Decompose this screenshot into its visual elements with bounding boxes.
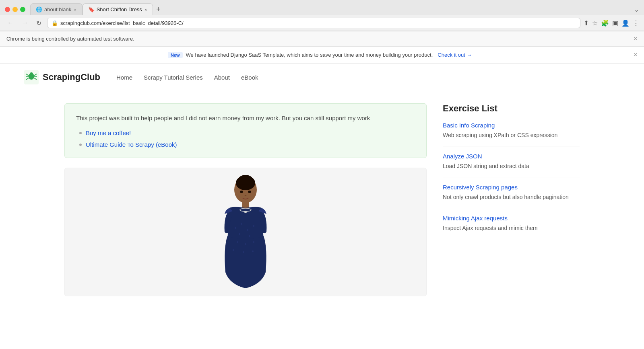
svg-point-17 — [253, 225, 254, 227]
tab-close-dress[interactable]: × — [144, 7, 147, 12]
svg-point-18 — [239, 233, 240, 235]
list-item: Analyze JSON Load JSON string and extrac… — [443, 146, 580, 177]
svg-point-21 — [245, 243, 246, 245]
logo-icon — [24, 70, 39, 84]
product-image-box — [64, 168, 427, 296]
notification-bar: New We have launched Django SaaS Templat… — [0, 47, 644, 64]
svg-rect-13 — [242, 201, 249, 209]
share-button[interactable]: ⬆ — [584, 19, 589, 27]
check-it-out-link[interactable]: Check it out → — [438, 52, 472, 58]
nav-home[interactable]: Home — [116, 74, 132, 81]
exercise-link-json[interactable]: Analyze JSON — [443, 153, 580, 160]
tab-favicon-blank: 🌐 — [36, 7, 42, 12]
nav-ebook[interactable]: eBook — [241, 74, 258, 81]
forward-button[interactable]: → — [19, 18, 31, 28]
notification-message: We have launched Django SaaS Template, w… — [186, 52, 433, 58]
main-container: This project was built to help people an… — [40, 91, 604, 308]
exercise-list: Basic Info Scraping Web scraping using X… — [443, 122, 580, 239]
exercise-list-title: Exercise List — [443, 103, 580, 114]
new-tab-button[interactable]: + — [153, 4, 164, 15]
reload-button[interactable]: ↻ — [34, 18, 44, 28]
minimize-traffic-light[interactable] — [12, 7, 18, 12]
buy-coffee-link[interactable]: Buy me a coffee! — [86, 129, 131, 136]
sidebar-toggle-button[interactable]: ▣ — [612, 19, 618, 27]
title-bar: 🌐 about:blank × 🔖 Short Chiffon Dress × … — [0, 0, 644, 15]
tab-blank[interactable]: 🌐 about:blank × — [30, 3, 83, 15]
exercise-desc-recursive: Not only crawl products but also handle … — [443, 193, 580, 201]
ebook-link[interactable]: Ultimate Guide To Scrapy (eBook) — [86, 141, 177, 148]
svg-point-15 — [241, 223, 242, 225]
address-bar[interactable]: 🔒 scrapingclub.com/exercise/list_basic_d… — [47, 18, 580, 28]
menu-button[interactable]: ⋮ — [633, 19, 639, 27]
support-link-item-ebook: Ultimate Guide To Scrapy (eBook) — [79, 141, 415, 148]
new-badge: New — [168, 52, 183, 58]
tabs-chevron-button[interactable]: ⌄ — [634, 6, 639, 13]
tab-favicon-dress: 🔖 — [89, 7, 94, 12]
svg-point-28 — [240, 191, 243, 193]
support-links: Buy me a coffee! Ultimate Guide To Scrap… — [76, 129, 415, 148]
svg-point-16 — [247, 229, 248, 231]
list-item: Recursively Scraping pages Not only craw… — [443, 177, 580, 208]
svg-point-12 — [238, 175, 253, 185]
support-text: This project was built to help people an… — [76, 113, 415, 123]
profile-button[interactable]: 👤 — [621, 19, 630, 27]
svg-point-29 — [248, 191, 251, 193]
nav-scrapy[interactable]: Scrapy Tutorial Series — [144, 74, 203, 81]
site-logo[interactable]: ScrapingClub — [24, 70, 100, 84]
sidebar: Exercise List Basic Info Scraping Web sc… — [443, 103, 580, 296]
bookmark-button[interactable]: ☆ — [592, 19, 598, 27]
exercise-link-ajax[interactable]: Mimicking Ajax requests — [443, 215, 580, 222]
support-box: This project was built to help people an… — [64, 103, 427, 158]
automation-close-button[interactable]: × — [633, 35, 638, 43]
extensions-button[interactable]: 🧩 — [601, 19, 609, 27]
browser-chrome: 🌐 about:blank × 🔖 Short Chiffon Dress × … — [0, 0, 644, 31]
lock-icon: 🔒 — [52, 20, 58, 26]
traffic-lights — [5, 7, 25, 12]
site-header: ScrapingClub Home Scrapy Tutorial Series… — [0, 64, 644, 91]
tabs-container: 🌐 about:blank × 🔖 Short Chiffon Dress × … — [30, 3, 631, 15]
exercise-desc-ajax: Inspect Ajax requests and mimic them — [443, 224, 580, 232]
svg-point-25 — [252, 250, 254, 252]
svg-point-23 — [233, 249, 234, 251]
product-image-svg — [197, 168, 294, 296]
site-nav: Home Scrapy Tutorial Series About eBook — [116, 74, 258, 81]
nav-actions: ⬆ ☆ 🧩 ▣ 👤 ⋮ — [584, 19, 639, 27]
exercise-link-basic[interactable]: Basic Info Scraping — [443, 122, 580, 129]
bullet-icon-ebook — [79, 144, 82, 146]
bullet-icon-coffee — [79, 132, 82, 134]
back-button[interactable]: ← — [5, 18, 16, 28]
automation-message: Chrome is being controlled by automated … — [6, 36, 134, 42]
svg-point-27 — [244, 211, 247, 213]
notification-content: New We have launched Django SaaS Templat… — [6, 52, 633, 58]
tab-title-dress: Short Chiffon Dress — [97, 6, 142, 12]
logo-text: ScrapingClub — [43, 72, 100, 82]
list-item: Mimicking Ajax requests Inspect Ajax req… — [443, 208, 580, 239]
exercise-link-recursive[interactable]: Recursively Scraping pages — [443, 184, 580, 191]
content-area: This project was built to help people an… — [64, 103, 427, 296]
tab-title-blank: about:blank — [44, 6, 71, 12]
svg-point-22 — [253, 241, 254, 243]
svg-point-24 — [243, 251, 244, 253]
address-text: scrapingclub.com/exercise/list_basic_det… — [60, 20, 576, 26]
list-item: Basic Info Scraping Web scraping using X… — [443, 122, 580, 146]
svg-point-19 — [249, 235, 250, 237]
maximize-traffic-light[interactable] — [20, 7, 25, 12]
support-link-item-coffee: Buy me a coffee! — [79, 129, 415, 136]
svg-point-2 — [30, 72, 33, 76]
tab-close-blank[interactable]: × — [74, 7, 76, 12]
automation-bar: Chrome is being controlled by automated … — [0, 31, 644, 47]
svg-point-20 — [237, 241, 238, 243]
svg-point-14 — [235, 227, 236, 229]
exercise-desc-basic: Web scraping using XPath or CSS expressi… — [443, 131, 580, 140]
close-traffic-light[interactable] — [5, 7, 10, 12]
product-figure — [65, 168, 426, 296]
exercise-desc-json: Load JSON string and extract data — [443, 162, 580, 170]
nav-bar: ← → ↻ 🔒 scrapingclub.com/exercise/list_b… — [0, 15, 644, 31]
nav-about[interactable]: About — [214, 74, 230, 81]
notification-close-button[interactable]: × — [633, 51, 638, 59]
tab-dress[interactable]: 🔖 Short Chiffon Dress × — [83, 3, 153, 15]
